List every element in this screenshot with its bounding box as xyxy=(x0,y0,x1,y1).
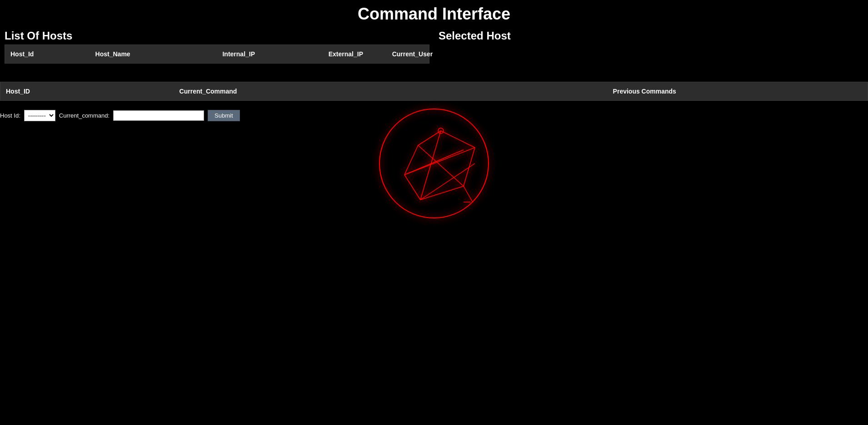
col-current-user: Current_User xyxy=(387,49,429,59)
svg-line-2 xyxy=(441,131,475,148)
svg-line-14 xyxy=(420,163,475,200)
command-input[interactable] xyxy=(113,110,204,121)
page-title: Command Interface xyxy=(0,0,868,27)
logo-container xyxy=(375,104,493,224)
col-internal-ip: Internal_IP xyxy=(217,49,323,59)
cmd-col-host-id: Host_ID xyxy=(0,86,174,97)
cmd-col-current-command: Current_Command xyxy=(174,86,608,97)
svg-line-11 xyxy=(464,186,473,202)
col-host-id: Host_Id xyxy=(5,49,90,59)
svg-line-4 xyxy=(420,186,464,200)
submit-button[interactable]: Submit xyxy=(208,110,239,121)
cmd-col-previous-commands: Previous Commands xyxy=(608,86,868,97)
selected-host-section: Selected Host xyxy=(434,27,868,64)
col-host-name: Host_Name xyxy=(90,49,217,59)
list-of-hosts-title: List Of Hosts xyxy=(5,27,429,44)
sigil-logo xyxy=(375,104,493,222)
command-table-section: Host_ID Current_Command Previous Command… xyxy=(0,82,868,101)
host-id-select[interactable]: --------- xyxy=(24,110,55,121)
col-external-ip: External_IP xyxy=(323,49,387,59)
selected-host-title: Selected Host xyxy=(439,27,863,44)
command-table-header: Host_ID Current_Command Previous Command… xyxy=(0,82,868,101)
hosts-table-header: Host_Id Host_Name Internal_IP External_I… xyxy=(5,44,429,64)
list-of-hosts-section: List Of Hosts Host_Id Host_Name Internal… xyxy=(0,27,434,64)
svg-line-5 xyxy=(404,175,420,200)
svg-line-8 xyxy=(420,131,441,200)
top-section: List Of Hosts Host_Id Host_Name Internal… xyxy=(0,27,868,64)
svg-line-10 xyxy=(418,145,464,186)
current-command-label: Current_command: xyxy=(59,112,110,119)
host-id-label: Host Id: xyxy=(0,112,20,119)
